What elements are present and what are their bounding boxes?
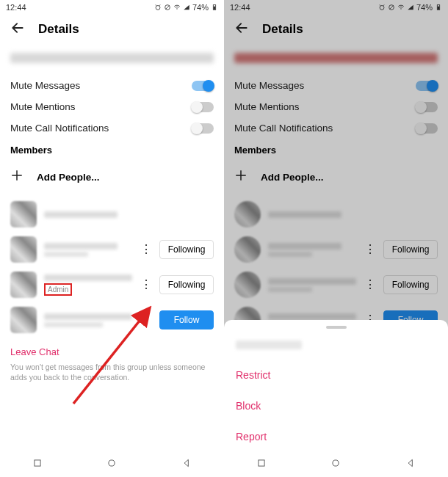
- avatar: [234, 272, 261, 298]
- nav-home-icon[interactable]: [106, 458, 117, 471]
- mute-mentions-toggle[interactable]: [192, 102, 214, 112]
- member-row-1[interactable]: ⋮ Following: [224, 232, 448, 267]
- avatar: [10, 236, 37, 263]
- page-title: Details: [262, 22, 303, 37]
- more-options-icon[interactable]: ⋮: [140, 245, 152, 254]
- avatar: [10, 307, 37, 333]
- follow-button[interactable]: Follow: [159, 310, 214, 329]
- mute-calls-row: Mute Call Notifications: [224, 117, 448, 139]
- back-arrow-icon[interactable]: [234, 21, 249, 38]
- back-arrow-icon[interactable]: [10, 21, 25, 38]
- svg-point-0: [156, 6, 160, 10]
- more-options-icon[interactable]: ⋮: [364, 280, 376, 289]
- android-navbar: [224, 452, 448, 477]
- svg-point-7: [109, 460, 115, 466]
- sheet-block[interactable]: Block: [224, 390, 448, 421]
- mute-mentions-toggle[interactable]: [416, 102, 438, 112]
- member-row-0[interactable]: [224, 197, 448, 232]
- avatar: [234, 201, 261, 227]
- header: Details: [0, 15, 224, 45]
- status-bar: 12:44 74%: [0, 0, 224, 15]
- mute-messages-row: Mute Messages: [224, 75, 448, 96]
- member-text: [268, 278, 357, 292]
- svg-point-14: [333, 460, 339, 466]
- mute-calls-toggle[interactable]: [192, 123, 214, 134]
- sheet-report[interactable]: Report: [224, 421, 448, 452]
- members-section-label: Members: [224, 139, 448, 159]
- mute-mentions-row: Mute Mentions: [224, 96, 448, 117]
- android-navbar: [0, 452, 224, 477]
- screen-left: 12:44 74% Details Mute Messages: [0, 0, 224, 477]
- nav-recent-icon[interactable]: [32, 458, 43, 471]
- mute-messages-toggle[interactable]: [416, 81, 438, 91]
- battery-text: 74%: [416, 3, 433, 12]
- add-people-row[interactable]: Add People...: [224, 159, 448, 197]
- sheet-username-redacted: [236, 341, 302, 349]
- svg-rect-4: [214, 7, 216, 10]
- more-options-icon[interactable]: ⋮: [140, 316, 152, 324]
- battery-text: 74%: [192, 3, 209, 12]
- mute-messages-toggle[interactable]: [192, 81, 214, 91]
- status-time: 12:44: [230, 3, 250, 12]
- nav-back-icon[interactable]: [181, 458, 192, 471]
- mute-mentions-label: Mute Mentions: [234, 101, 300, 112]
- add-people-label: Add People...: [37, 172, 100, 183]
- wifi-icon: [173, 4, 181, 11]
- mute-calls-label: Mute Call Notifications: [10, 123, 109, 134]
- mute-calls-label: Mute Call Notifications: [234, 123, 333, 134]
- alarm-icon: [378, 4, 386, 11]
- mute-mentions-row: Mute Mentions: [0, 96, 224, 117]
- member-row-3[interactable]: ⋮ Follow: [0, 302, 224, 338]
- member-text: [44, 243, 133, 257]
- screen-right: 12:44 74% Details Mute Messages: [224, 0, 448, 477]
- svg-point-8: [380, 6, 384, 10]
- sheet-handle[interactable]: [326, 326, 347, 329]
- member-text: [44, 211, 214, 218]
- mute-calls-toggle[interactable]: [416, 123, 438, 134]
- following-button[interactable]: Following: [383, 275, 438, 294]
- member-row-0[interactable]: [0, 197, 224, 232]
- status-time: 12:44: [6, 3, 26, 12]
- add-people-label: Add People...: [261, 172, 324, 183]
- svg-rect-13: [259, 460, 264, 466]
- sheet-restrict[interactable]: Restrict: [224, 360, 448, 390]
- plus-icon: [234, 169, 248, 185]
- member-row-1[interactable]: ⋮ Following: [0, 232, 224, 267]
- status-icons: 74%: [378, 3, 442, 12]
- member-row-2[interactable]: Admin ⋮ Following: [0, 267, 224, 302]
- following-button[interactable]: Following: [383, 240, 438, 259]
- dnd-icon: [164, 4, 171, 11]
- alarm-icon: [154, 4, 162, 11]
- more-options-icon[interactable]: ⋮: [140, 280, 152, 289]
- nav-home-icon[interactable]: [330, 458, 341, 471]
- mute-mentions-label: Mute Mentions: [10, 101, 76, 112]
- member-action-sheet: Restrict Block Report: [224, 320, 448, 477]
- member-text: [44, 313, 133, 327]
- following-button[interactable]: Following: [159, 240, 214, 259]
- chat-name-redacted: [234, 53, 438, 63]
- following-button[interactable]: Following: [159, 275, 214, 294]
- dnd-icon: [388, 4, 395, 11]
- add-people-row[interactable]: Add People...: [0, 159, 224, 197]
- chat-name-redacted: [10, 53, 214, 63]
- avatar: [234, 236, 261, 263]
- page-title: Details: [38, 22, 79, 37]
- signal-icon: [183, 4, 190, 11]
- mute-messages-label: Mute Messages: [10, 80, 80, 91]
- svg-rect-12: [438, 7, 440, 10]
- status-icons: 74%: [154, 3, 218, 12]
- more-options-icon[interactable]: ⋮: [364, 245, 376, 254]
- leave-chat-link[interactable]: Leave Chat: [0, 338, 224, 360]
- nav-back-icon[interactable]: [405, 458, 416, 471]
- avatar: [10, 272, 37, 298]
- member-text: Admin: [44, 274, 133, 296]
- svg-line-2: [165, 6, 169, 10]
- member-row-2[interactable]: ⋮ Following: [224, 267, 448, 302]
- svg-line-10: [389, 6, 393, 10]
- header: Details: [224, 15, 448, 45]
- leave-chat-note: You won't get messages from this group u…: [0, 360, 224, 388]
- status-bar: 12:44 74%: [224, 0, 448, 15]
- signal-icon: [407, 4, 414, 11]
- nav-recent-icon[interactable]: [256, 458, 267, 471]
- battery-icon: [435, 4, 442, 11]
